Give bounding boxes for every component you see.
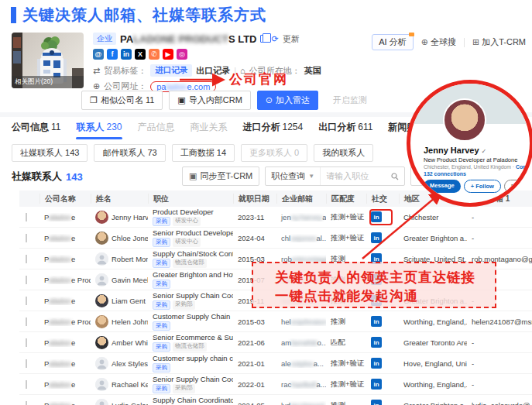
linkedin-icon[interactable]: in xyxy=(371,379,382,390)
region-cell: Chichester xyxy=(399,213,467,221)
x-icon[interactable]: X xyxy=(135,49,146,60)
region-cell: Greater Brighton a... xyxy=(399,401,467,405)
row-checkbox[interactable] xyxy=(26,380,27,389)
tab-产品信息[interactable]: 产品信息 xyxy=(138,121,175,139)
row-select-cell xyxy=(19,276,39,284)
refresh-icon[interactable]: ⟳ xyxy=(271,34,278,44)
department-tag: 采购部 xyxy=(173,384,195,393)
role-tag: 采购 xyxy=(153,384,170,393)
filter-icon[interactable]: ▼ xyxy=(431,197,436,202)
linkedin-icon[interactable]: in xyxy=(371,400,382,405)
extra-email-cell: lydia_colasurdo@... xyxy=(467,401,532,405)
start-date-cell: 2021-06 xyxy=(233,338,276,347)
import-record-tag[interactable]: 进口记录 xyxy=(150,64,192,77)
company-email-cell: rachaelkella... xyxy=(276,380,326,389)
phone-icon[interactable]: ✆ xyxy=(149,49,160,60)
social-cell: in xyxy=(366,232,399,243)
subtab-社媒联系人[interactable]: 社媒联系人 143 xyxy=(12,144,88,162)
tab-出口分析[interactable]: 出口分析611 xyxy=(318,121,372,139)
row-checkbox[interactable] xyxy=(26,213,27,221)
contact-avatar xyxy=(95,378,108,391)
extra-email-cell: - xyxy=(467,338,532,347)
linkedin-profile-inset: Jenny Harvey ✓ New Product Developer at … xyxy=(407,80,532,207)
contact-name: Gavin Meeks xyxy=(112,276,148,284)
youtube-icon[interactable]: ▶ xyxy=(163,49,173,60)
row-checkbox[interactable] xyxy=(26,359,27,368)
tab-联系人[interactable]: 联系人230 xyxy=(76,121,122,139)
department-tag: 物流仓储部 xyxy=(173,342,207,352)
company-photo[interactable]: 相关图片(20) xyxy=(12,33,84,88)
department-tag: 采购部 xyxy=(173,300,195,310)
position-title: Customer supply chain coordinator xyxy=(153,354,233,362)
contact-avatar xyxy=(95,357,108,370)
import-crm-button[interactable]: ▣导入内部CRM xyxy=(169,91,250,110)
position-query-dropdown[interactable]: 职位查询▼ xyxy=(266,167,321,185)
tab-label: 产品信息 xyxy=(138,122,175,132)
contact-avatar xyxy=(95,399,108,405)
linkedin-icon[interactable]: in xyxy=(371,232,382,243)
contact-name-cell: Helen Johnstone xyxy=(91,315,148,328)
tab-商业关系[interactable]: 商业关系 xyxy=(190,121,228,139)
department-tag: 物流仓储部 xyxy=(173,259,207,268)
tab-label: 出口分析 xyxy=(318,122,355,132)
row-checkbox[interactable] xyxy=(26,297,27,305)
position-cell: Supply Chain/Stock Control采购物流仓储部 xyxy=(148,249,233,268)
global-search-button[interactable]: ⊕全球搜 xyxy=(421,36,456,48)
website-icon[interactable]: @ xyxy=(93,49,104,60)
enterprise-badge: 企业 xyxy=(93,33,116,45)
copy-icon[interactable] xyxy=(260,35,267,43)
row-checkbox[interactable] xyxy=(26,255,27,263)
row-checkbox[interactable] xyxy=(26,338,27,347)
row-checkbox[interactable] xyxy=(26,276,27,284)
company-name: PALADONE PRODUCTS LTD xyxy=(120,33,256,45)
tab-公司信息[interactable]: 公司信息11 xyxy=(12,121,60,139)
position-cell: Customer supply chain coordinator采购 xyxy=(148,354,233,372)
facebook-icon[interactable]: f xyxy=(107,49,118,60)
contact-avatar xyxy=(95,252,108,266)
linkedin-icon[interactable]: in xyxy=(371,316,382,327)
contact-name: Helen Johnstone xyxy=(112,317,148,326)
contact-info-link[interactable]: Contact info xyxy=(516,164,532,170)
linkedin-icon[interactable]: in xyxy=(371,337,382,348)
export-record-tag[interactable]: 出口记录 xyxy=(196,65,230,77)
tab-count: 1254 xyxy=(283,122,304,132)
position-search-input[interactable]: 请输入职位 xyxy=(321,167,404,185)
subtab-我的联系人[interactable]: 我的联系人 xyxy=(314,144,373,162)
position-cell: Senior Ecommerce & Supply Cha...采购物流仓储部 xyxy=(148,333,233,352)
position-cell: Senior Product Developer采购研发中心 xyxy=(148,228,233,247)
position-tags: 采购物流仓储部 xyxy=(153,259,233,268)
subtab-邮件联系人[interactable]: 邮件联系人 73 xyxy=(94,144,165,162)
extra-email-cell: - xyxy=(467,213,532,221)
tab-进口分析[interactable]: 进口分析1254 xyxy=(243,121,304,139)
similar-company-button[interactable]: ❐相似公司名 11 xyxy=(81,91,163,110)
sync-tcrm-button[interactable]: ▣同步至T-CRM xyxy=(182,166,259,186)
position-title: Supply Chain/Stock Control xyxy=(153,249,233,258)
row-checkbox[interactable] xyxy=(26,401,27,405)
row-checkbox[interactable] xyxy=(26,317,27,326)
row-checkbox[interactable] xyxy=(26,234,27,242)
subtab-工商数据[interactable]: 工商数据 14 xyxy=(172,144,235,162)
tab-label: 联系人 xyxy=(76,122,104,132)
join-radar-button[interactable]: ⊙加入雷达 xyxy=(257,91,318,110)
ai-analysis-button[interactable]: AI 分析 xyxy=(372,34,413,50)
message-button[interactable]: Message xyxy=(424,180,461,193)
header-checkbox-cell xyxy=(19,194,39,204)
trade-label: 贸易标签： xyxy=(104,65,146,77)
location-value: 英国 xyxy=(304,65,321,77)
follow-button[interactable]: + Follow xyxy=(464,180,501,193)
linkedin-icon[interactable]: in xyxy=(371,358,382,369)
social-icons-row: @finX✆▶◎ xyxy=(93,49,321,60)
company-name-redacted: LADONE PRODUCT xyxy=(133,33,228,45)
social-cell: in xyxy=(366,316,399,327)
column-header-社交: 社交 xyxy=(366,194,399,204)
verified-icon: ✓ xyxy=(482,148,487,155)
instagram-icon[interactable]: ◎ xyxy=(177,49,187,60)
row-select-cell xyxy=(19,401,39,405)
role-tag: 采购 xyxy=(153,300,170,310)
update-label[interactable]: 更新 xyxy=(283,33,300,45)
linkedin-icon[interactable]: in xyxy=(121,49,132,60)
match-level-cell: 推测 xyxy=(326,400,366,405)
join-tcrm-button[interactable]: ⊞加入T-CRM xyxy=(472,36,526,48)
website-callout-label: 公司官网 xyxy=(229,70,288,88)
company-redacted: aladon xyxy=(49,213,71,221)
